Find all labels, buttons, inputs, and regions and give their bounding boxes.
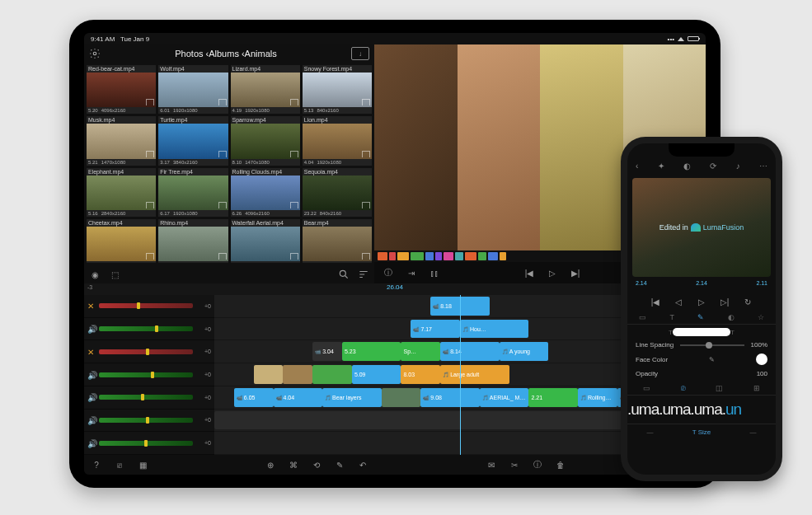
search-icon[interactable]	[338, 269, 350, 280]
library-clip[interactable]: Elephant.mp45.162840x2160	[87, 168, 156, 217]
color-icon[interactable]: ◐	[683, 162, 691, 171]
iphone-prev-icon[interactable]: ◁	[673, 296, 684, 307]
library-clip[interactable]: Red-bear-cat.mp45.204096x2160	[87, 65, 156, 114]
track-header[interactable]: ✕+0	[84, 340, 214, 363]
help-icon[interactable]: ?	[91, 459, 102, 471]
track-level-marker[interactable]	[137, 302, 140, 309]
track-level-bar[interactable]	[99, 418, 193, 423]
video-track-icon[interactable]: ✕	[87, 348, 96, 356]
timeline-clip[interactable]: 📹7.17	[411, 320, 460, 339]
tab-favorite-icon[interactable]: ☆	[758, 313, 764, 321]
iphone-play-icon[interactable]: ▷	[696, 296, 707, 307]
speed-icon[interactable]: ⟳	[710, 162, 716, 171]
more-icon[interactable]: ⋯	[759, 162, 767, 171]
timeline-clip[interactable]	[312, 365, 352, 384]
timeline-clip[interactable]: 🎵Hou…	[460, 320, 528, 339]
library-clip[interactable]: Lizard.mp44.191920x1080	[231, 65, 300, 114]
mini-timeline-segment[interactable]	[435, 252, 442, 260]
timeline-clip[interactable]: 5.23	[342, 342, 401, 361]
trash-icon[interactable]: 🗑	[555, 459, 566, 471]
timeline-clip[interactable]: 🎵A young	[500, 342, 549, 361]
timeline-clip[interactable]: 🎵Bear layers	[322, 388, 382, 407]
mini-timeline-segment[interactable]	[411, 252, 424, 260]
timeline-clip[interactable]: 🎵Rolling…	[578, 388, 617, 407]
mini-timeline-segment[interactable]	[488, 252, 498, 260]
info-icon[interactable]: ⓘ	[383, 267, 394, 279]
insert-icon[interactable]: ⊕	[265, 459, 276, 471]
mini-timeline-segment[interactable]	[378, 252, 387, 260]
tab-text-icon[interactable]: T	[669, 313, 674, 321]
track-level-marker[interactable]	[141, 394, 144, 400]
track-header[interactable]: ✕+0	[84, 295, 214, 318]
mini-timeline-segment[interactable]	[465, 252, 476, 260]
sectab-2-icon[interactable]: ⎚	[681, 384, 685, 392]
tab-style-icon[interactable]: ✎	[697, 313, 704, 321]
library-clip[interactable]: Snowy Forest.mp45.13840x2160	[303, 65, 372, 114]
audio-track-icon[interactable]: 🔊	[87, 393, 96, 401]
library-clip[interactable]: Sparrow.mp48.101470x1080	[231, 116, 300, 165]
timeline-clip[interactable]: 🎵Large adult	[440, 365, 509, 384]
cut-icon[interactable]: ✂	[509, 459, 520, 471]
mini-timeline-segment[interactable]	[389, 252, 396, 260]
track-level-marker[interactable]	[146, 417, 149, 424]
iphone-ruler[interactable]: 2.14 2.14 2.11	[627, 280, 776, 293]
btab-size[interactable]: T Size	[692, 428, 711, 436]
face-color-swatch[interactable]	[756, 353, 767, 365]
library-clip[interactable]: Musk.mp45.211470x1080	[87, 116, 156, 165]
audio-track-icon[interactable]: 🔊	[87, 439, 96, 447]
track-header[interactable]: 🔊+0	[84, 410, 214, 433]
timeline-clip[interactable]	[382, 388, 421, 407]
audio-track-icon[interactable]: 🔊	[87, 325, 96, 333]
track-level-marker[interactable]	[151, 372, 154, 378]
track-level-bar[interactable]	[99, 441, 193, 446]
storyboard-icon[interactable]: ▦	[137, 459, 148, 471]
sectab-1-icon[interactable]: ▭	[643, 384, 650, 392]
tag-icon[interactable]: ⬚	[109, 269, 120, 280]
library-clip[interactable]: Waterfall Aerial.mp4	[231, 219, 300, 263]
track-header[interactable]: 🔊+0	[84, 386, 214, 410]
mini-timeline-segment[interactable]	[425, 252, 434, 260]
iphone-next-icon[interactable]: ▷|	[719, 296, 730, 307]
sort-icon[interactable]	[358, 269, 369, 280]
timeline-clip[interactable]: 🎵AERIAL_ M…	[480, 388, 529, 407]
font-next-icon[interactable]: T	[730, 329, 735, 336]
library-grid[interactable]: Red-bear-cat.mp45.204096x2160Wolf.mp46.0…	[84, 63, 374, 265]
fx-icon[interactable]: ✦	[658, 162, 664, 171]
track-level-bar[interactable]	[99, 395, 193, 400]
timeline-clip[interactable]: 📹8.14	[440, 342, 500, 361]
mini-timeline-segment[interactable]	[478, 252, 486, 260]
replace-icon[interactable]: ⟲	[311, 459, 322, 471]
library-clip[interactable]: Cheetax.mp4	[87, 219, 156, 263]
split-view-icon[interactable]: ⫿⫿	[429, 267, 440, 279]
track-level-marker[interactable]	[146, 349, 149, 355]
audio-track-icon[interactable]: 🔊	[87, 416, 96, 424]
audio-track-icon[interactable]: 🔊	[87, 371, 96, 379]
mini-timeline-segment[interactable]	[397, 252, 409, 260]
timeline-clip[interactable]: 📹4.04	[274, 388, 323, 407]
timeline-clip[interactable]	[283, 365, 312, 384]
btab-right-icon[interactable]: —	[749, 428, 756, 436]
library-clip[interactable]: Fir Tree.mp46.171920x1080	[158, 168, 228, 217]
track-level-marker[interactable]	[155, 325, 158, 332]
marker-icon[interactable]: ⇥	[406, 267, 417, 279]
timeline-clip[interactable]: 2.21	[528, 388, 578, 407]
mini-timeline-segment[interactable]	[455, 252, 463, 260]
back-icon[interactable]: ‹	[636, 162, 638, 171]
video-track-icon[interactable]: ✕	[87, 302, 96, 310]
btab-left-icon[interactable]: —	[647, 428, 654, 436]
clip-info-icon[interactable]: ⓘ	[532, 459, 543, 471]
iphone-preview[interactable]: Edited in LumaFusion	[632, 178, 771, 277]
play-icon[interactable]: ▷	[547, 267, 558, 279]
text-scroll-preview[interactable]: .uma.uma.uma.un	[627, 397, 776, 422]
timeline-clip[interactable]: 📹3.04	[312, 342, 342, 361]
edit-icon[interactable]: ✎	[334, 459, 345, 471]
sectab-4-icon[interactable]: ⊞	[753, 384, 760, 392]
track-level-bar[interactable]	[99, 303, 193, 308]
track-header[interactable]: 🔊+0	[84, 432, 214, 455]
library-breadcrumb[interactable]: Photos ‹Albums ‹Animals	[175, 49, 277, 59]
library-clip[interactable]: Wolf.mp46.011920x1080	[158, 65, 228, 114]
timeline-clip[interactable]: Sp…	[401, 342, 440, 361]
envelope-icon[interactable]: ✉	[486, 459, 497, 471]
timeline-clip[interactable]: 📹6.05	[234, 388, 274, 407]
track-level-bar[interactable]	[99, 372, 193, 377]
